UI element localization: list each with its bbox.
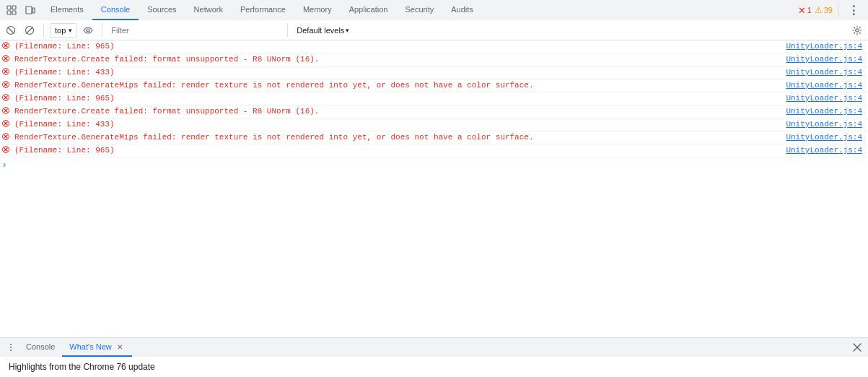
filter-input[interactable] [108,26,281,35]
drawer-content: Highlights from the Chrome 76 update [0,357,868,377]
svg-rect-5 [32,8,35,13]
console-message-source[interactable]: UnityLoader.js:4 [783,145,868,155]
close-icon: ✕ [117,343,123,351]
error-count: 1 [807,6,812,14]
svg-point-41 [10,350,12,351]
error-msg-icon [0,80,12,88]
clear-console-button[interactable] [3,22,19,38]
more-options-button[interactable]: ⋮ [845,1,862,19]
context-arrow-icon: ▾ [69,27,72,34]
svg-point-40 [10,347,12,348]
devtools-tabs-bar: Elements Console Sources Network Perform… [0,0,868,20]
svg-point-39 [10,344,12,345]
table-row: (Filename: Line: 965) UnityLoader.js:4 [0,92,868,105]
error-msg-icon [0,106,12,114]
eye-button[interactable] [80,22,96,38]
console-message-text: (Filename: Line: 433) [12,119,783,129]
console-message-source[interactable]: UnityLoader.js:4 [783,132,868,142]
console-messages-list: (Filename: Line: 965) UnityLoader.js:4 R… [0,40,868,157]
tab-application[interactable]: Application [341,0,397,20]
drawer-tab-close-button[interactable]: ✕ [115,342,125,352]
warning-icon: ⚠ [815,5,823,15]
console-message-source[interactable]: UnityLoader.js:4 [783,93,868,103]
tab-audits[interactable]: Audits [442,0,482,20]
table-row: RenderTexture.Create failed: format unsu… [0,105,868,118]
toolbar-left-icons [0,1,42,19]
table-row: RenderTexture.GenerateMips failed: rende… [0,131,868,144]
svg-rect-2 [7,11,11,14]
more-vert-icon: ⋮ [848,4,859,17]
console-message-text: RenderTexture.Create failed: format unsu… [12,54,783,64]
levels-label: Default levels [297,26,344,35]
tab-performance[interactable]: Performance [232,0,294,20]
error-msg-icon [0,119,12,127]
drawer-tabs-bar: Console What's New ✕ [0,338,868,357]
drawer-content-text: Highlights from the Chrome 76 update [9,362,155,372]
drawer-tab-whats-new[interactable]: What's New ✕ [62,338,131,357]
svg-rect-4 [26,6,32,14]
console-message-text: (Filename: Line: 965) [12,93,783,103]
console-message-source[interactable]: UnityLoader.js:4 [783,67,868,77]
svg-rect-0 [7,6,11,9]
prompt-icon: › [3,159,9,170]
warning-count: 39 [824,6,833,14]
console-message-text: RenderTexture.GenerateMips failed: rende… [12,132,783,142]
error-icon: ✕ [798,5,806,16]
toolbar-divider-3 [287,24,288,37]
tab-security[interactable]: Security [396,0,442,20]
console-message-source[interactable]: UnityLoader.js:4 [783,41,868,51]
divider [838,4,839,17]
console-message-text: RenderTexture.Create failed: format unsu… [12,106,783,116]
warning-badge[interactable]: ⚠ 39 [815,5,833,15]
tab-elements[interactable]: Elements [42,0,92,20]
tabs-right-actions: ✕ 1 ⚠ 39 ⋮ [798,1,868,19]
console-message-source[interactable]: UnityLoader.js:4 [783,80,868,90]
error-msg-icon [0,145,12,153]
error-msg-icon [0,132,12,140]
console-message-source[interactable]: UnityLoader.js:4 [783,54,868,64]
console-message-source[interactable]: UnityLoader.js:4 [783,106,868,116]
console-message-text: (Filename: Line: 965) [12,145,783,155]
drawer-tab-console-label: Console [26,342,55,351]
svg-line-9 [27,27,33,33]
stop-recording-button[interactable] [22,22,38,38]
table-row: (Filename: Line: 965) UnityLoader.js:4 [0,40,868,53]
console-output: (Filename: Line: 965) UnityLoader.js:4 R… [0,40,868,337]
context-selector[interactable]: top ▾ [50,23,77,38]
table-row: (Filename: Line: 965) UnityLoader.js:4 [0,144,868,157]
error-badge[interactable]: ✕ 1 [798,5,812,16]
console-prompt-line[interactable]: › [0,157,868,171]
svg-line-7 [8,27,14,33]
table-row: (Filename: Line: 433) UnityLoader.js:4 [0,118,868,131]
tab-sources[interactable]: Sources [139,0,185,20]
error-msg-icon [0,67,12,75]
error-msg-icon [0,54,12,62]
svg-point-11 [856,28,859,31]
console-message-text: (Filename: Line: 433) [12,67,783,77]
tab-memory[interactable]: Memory [294,0,341,20]
drawer-tab-whats-new-label: What's New [69,342,111,351]
drawer-menu-button[interactable] [3,339,19,355]
tab-network[interactable]: Network [185,0,232,20]
bottom-drawer: Console What's New ✕ Highlights from the… [0,337,868,377]
tab-console[interactable]: Console [92,0,139,20]
table-row: RenderTexture.GenerateMips failed: rende… [0,79,868,92]
svg-rect-1 [12,6,16,9]
drawer-close-button[interactable] [849,339,865,355]
toolbar-divider-2 [102,24,102,37]
console-message-source[interactable]: UnityLoader.js:4 [783,119,868,129]
error-msg-icon [0,41,12,49]
table-row: RenderTexture.Create failed: format unsu… [0,53,868,66]
console-message-text: (Filename: Line: 965) [12,41,783,51]
context-value: top [55,26,66,35]
console-toolbar: top ▾ Default levels ▾ [0,20,868,40]
inspect-element-button[interactable] [3,1,20,19]
svg-point-10 [87,29,89,32]
error-msg-icon [0,93,12,101]
device-toolbar-button[interactable] [22,1,39,19]
levels-selector[interactable]: Default levels ▾ [294,26,352,35]
levels-arrow-icon: ▾ [346,27,349,34]
svg-rect-3 [12,11,16,14]
settings-button[interactable] [849,22,865,38]
drawer-tab-console[interactable]: Console [19,338,62,357]
